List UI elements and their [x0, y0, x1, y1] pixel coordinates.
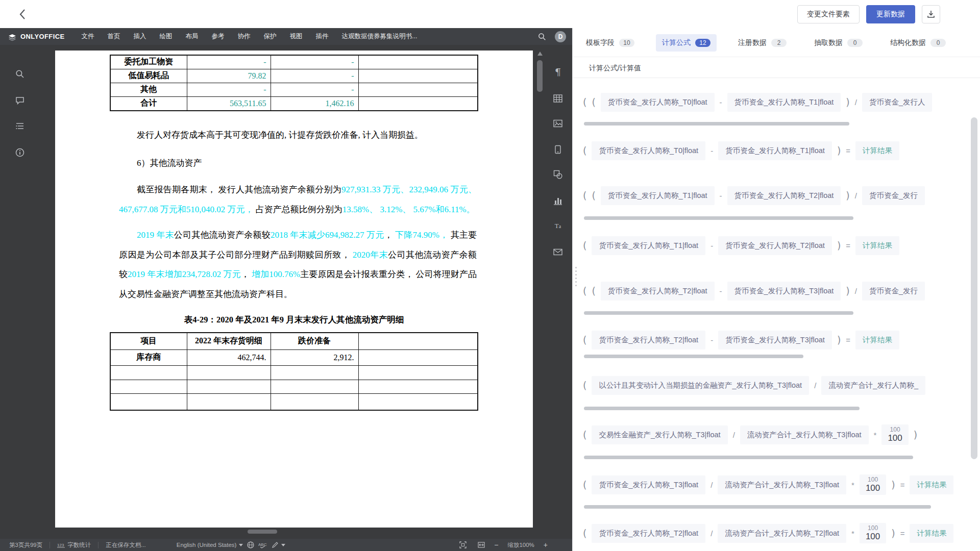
horizontal-scrollbar-thumb[interactable] [584, 355, 803, 358]
horizontal-scrollbar-thumb[interactable] [584, 505, 931, 509]
result-chip[interactable]: 计算结果 [910, 475, 953, 494]
field-chip[interactable]: 货币资金_发行人简称_T2|float [592, 524, 705, 543]
back-button[interactable] [15, 7, 30, 21]
menu-item-10[interactable]: 达观数据债券募集说明书... [335, 28, 424, 45]
field-chip[interactable]: 货币资金_发行 [862, 186, 925, 205]
change-file-elements-button[interactable]: 变更文件要素 [797, 5, 860, 23]
field-chip[interactable]: 货币资金_发行人简称_T1|float [601, 186, 715, 205]
operator: / [814, 381, 816, 390]
result-chip[interactable]: 计算结果 [855, 331, 899, 349]
text: 公司其他流动资产余额较 [174, 230, 271, 240]
field-chip[interactable]: 流动资产合计_发行人简称_ [821, 376, 925, 395]
text-art-icon[interactable]: Ta [552, 220, 564, 232]
table-cell [358, 55, 478, 69]
field-chip[interactable]: 货币资金_发行人简称_T3|float [592, 475, 705, 494]
field-chip[interactable]: 货币资金_发行人简称_T1|float [592, 236, 705, 255]
chart-icon[interactable] [552, 195, 564, 206]
highlighted-text: 下降74.90%， [395, 230, 448, 240]
track-changes-button[interactable] [270, 541, 287, 548]
fit-page-button[interactable] [457, 541, 469, 548]
menu-item-7[interactable]: 保护 [257, 28, 283, 45]
horizontal-scrollbar-thumb[interactable] [584, 311, 853, 315]
constant-fraction[interactable]: 100100 [860, 523, 886, 543]
field-chip[interactable]: 货币资金_发行 [862, 282, 925, 300]
panel-tab-0[interactable]: 模板字段10 [580, 34, 641, 52]
field-chip[interactable]: 流动资产合计_发行人简称_T3|float [740, 425, 869, 444]
paren: ) [837, 145, 841, 156]
constant-fraction[interactable]: 100100 [881, 424, 908, 445]
word-count-button[interactable]: 123 字数统计 [55, 541, 93, 549]
search-icon[interactable] [14, 68, 26, 80]
field-chip[interactable]: 流动资产合计_发行人简称_T2|float [718, 524, 846, 543]
avatar[interactable]: D [555, 31, 566, 42]
menu-item-2[interactable]: 插入 [127, 28, 153, 45]
update-data-button[interactable]: 更新数据 [866, 5, 915, 23]
table-cell: 项目 [110, 333, 187, 349]
menu-item-8[interactable]: 视图 [283, 28, 309, 45]
field-chip[interactable]: 货币资金_发行人简称_T2|float [601, 282, 715, 300]
table-cell: 委托加工物资 [110, 55, 187, 69]
menu-item-6[interactable]: 协作 [231, 28, 257, 45]
language-selector[interactable]: English (United States) [175, 542, 246, 548]
field-chip[interactable]: 以公计且其变动计入当期损益的金融资产_发行人简称_T3|float [592, 376, 809, 395]
paren: ) [891, 528, 895, 539]
result-chip[interactable]: 计算结果 [855, 141, 899, 160]
field-chip[interactable]: 货币资金_发行人简称_T0|float [601, 93, 715, 112]
menu-item-4[interactable]: 布局 [179, 28, 205, 45]
shapes-icon[interactable] [552, 169, 564, 180]
field-chip[interactable]: 货币资金_发行人简称_T2|float [718, 236, 832, 255]
comments-icon[interactable] [14, 95, 26, 106]
horizontal-scrollbar-thumb[interactable] [584, 407, 860, 410]
field-chip[interactable]: 货币资金_发行人简称_T1|float [718, 141, 832, 160]
brand-name: ONLYOFFICE [20, 33, 65, 40]
vertical-scrollbar-thumb[interactable] [537, 60, 543, 92]
field-chip[interactable]: 货币资金_发行人简称_T2|float [592, 331, 705, 349]
menu-item-3[interactable]: 绘图 [153, 28, 179, 45]
panel-vertical-scrollbar[interactable] [971, 117, 977, 459]
field-chip[interactable]: 交易性金融资产_发行人简称_T3|float [592, 425, 727, 444]
field-chip[interactable]: 货币资金_发行人简称_T1|float [727, 93, 841, 112]
set-language-button[interactable] [245, 541, 256, 548]
table-icon[interactable] [552, 93, 564, 104]
image-icon[interactable] [552, 118, 564, 129]
paragraph-mark-icon[interactable]: ¶ [552, 66, 564, 78]
panel-tab-4[interactable]: 结构化数据0 [884, 34, 952, 52]
page-indicator[interactable]: 第3页共99页 [7, 541, 44, 549]
scroll-up-button[interactable] [536, 50, 544, 57]
result-chip[interactable]: 计算结果 [910, 524, 953, 543]
paren: ( [583, 285, 586, 296]
panel-tab-1[interactable]: 计算公式12 [656, 34, 717, 52]
field-chip[interactable]: 货币资金_发行人 [862, 93, 933, 112]
horizontal-scrollbar-thumb[interactable] [584, 122, 849, 126]
spellcheck-button[interactable]: ABC [256, 542, 270, 548]
text: ， [241, 269, 252, 279]
about-icon[interactable] [14, 147, 26, 158]
operator: = [846, 241, 850, 250]
menu-item-9[interactable]: 插件 [309, 28, 335, 45]
field-chip[interactable]: 货币资金_发行人简称_T3|float [718, 331, 832, 349]
field-chip[interactable]: 货币资金_发行人简称_T2|float [727, 186, 841, 205]
field-chip[interactable]: 货币资金_发行人简称_T0|float [592, 141, 705, 160]
panel-tab-2[interactable]: 注册数据2 [732, 34, 793, 52]
fit-width-button[interactable] [476, 541, 487, 548]
navigation-icon[interactable] [14, 120, 26, 132]
horizontal-scrollbar-thumb[interactable] [584, 216, 853, 220]
menu-item-1[interactable]: 首页 [101, 28, 127, 45]
mail-icon[interactable] [552, 246, 564, 258]
result-chip[interactable]: 计算结果 [855, 236, 899, 255]
device-icon[interactable] [552, 144, 564, 155]
zoom-out-button[interactable]: − [494, 541, 498, 549]
field-chip[interactable]: 货币资金_发行人简称_T3|float [727, 282, 841, 300]
menu-item-5[interactable]: 参考 [205, 28, 231, 45]
horizontal-scrollbar-thumb[interactable] [248, 530, 277, 534]
horizontal-scrollbar-thumb[interactable] [584, 456, 913, 459]
zoom-in-button[interactable]: + [544, 541, 548, 549]
download-button[interactable] [922, 5, 940, 23]
panel-resize-grip[interactable] [575, 267, 577, 286]
constant-fraction[interactable]: 100100 [860, 474, 886, 495]
document-page[interactable]: 委托加工物资--低值易耗品79.82-其他--合计563,511.651,462… [55, 51, 533, 528]
search-icon[interactable] [536, 31, 548, 42]
field-chip[interactable]: 流动资产合计_发行人简称_T3|float [718, 475, 846, 494]
panel-tab-3[interactable]: 抽取数据0 [808, 34, 869, 52]
menu-item-0[interactable]: 文件 [75, 28, 101, 45]
